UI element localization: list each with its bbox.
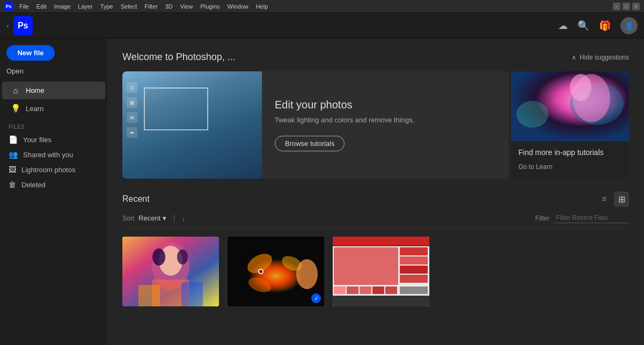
svg-rect-30 — [334, 287, 346, 294]
back-button[interactable]: ‹ — [6, 21, 9, 30]
sidebar-item-lightroom[interactable]: 🖼 Lightroom photos — [0, 162, 107, 177]
lightroom-icon: 🖼 — [9, 165, 16, 174]
menu-bar: Ps File Edit Image Layer Type Select Fil… — [0, 0, 644, 13]
filter-label: Filter — [535, 215, 550, 222]
avatar[interactable]: 👤 — [620, 17, 638, 34]
deleted-icon: 🗑 — [9, 180, 16, 189]
close-button[interactable]: × — [632, 3, 640, 10]
file-thumbnail — [333, 237, 429, 306]
menu-window[interactable]: Window — [224, 2, 252, 11]
sort-label: Sort — [122, 215, 134, 222]
text-tool-icon: ✉ — [127, 112, 137, 123]
menu-3d[interactable]: 3D — [162, 2, 176, 11]
sidebar-buttons: New file — [6, 45, 101, 61]
menu-filter[interactable]: Filter — [141, 2, 160, 11]
title-bar: ‹ Ps ☁ 🔍 🎁 👤 — [0, 13, 644, 39]
sidebar-item-deleted[interactable]: 🗑 Deleted — [0, 177, 107, 192]
svg-rect-24 — [334, 247, 398, 285]
search-icon[interactable]: 🔍 — [577, 20, 589, 32]
menu-view[interactable]: View — [177, 2, 196, 11]
new-file-button[interactable]: New file — [6, 45, 55, 61]
svg-point-8 — [152, 248, 165, 266]
svg-point-20 — [259, 270, 262, 273]
flamingo-bg — [511, 71, 629, 141]
grid-view-button[interactable]: ⊞ — [614, 192, 629, 207]
minimize-button[interactable]: − — [613, 3, 620, 10]
welcome-row: Welcome to Photoshop, ... ∧ Hide suggest… — [122, 52, 629, 63]
username: ... — [228, 52, 236, 62]
svg-point-18 — [296, 259, 318, 289]
maximize-button[interactable]: □ — [623, 3, 630, 10]
menu-select[interactable]: Select — [118, 2, 141, 11]
browse-tutorials-button[interactable]: Browse tutorials — [275, 136, 345, 151]
learn-icon: 💡 — [11, 104, 20, 113]
svg-rect-31 — [347, 287, 358, 294]
menu-help[interactable]: Help — [253, 2, 272, 11]
sort-value: Recent — [138, 214, 160, 222]
edit-card: ⊙ ⊠ ✉ ✒ Edit your photos Tweak lighting … — [122, 71, 509, 179]
suggestions-row: ⊙ ⊠ ✉ ✒ Edit your photos Tweak lighting … — [122, 71, 629, 179]
recent-header: Recent ≡ ⊞ — [122, 192, 629, 207]
filter-section: Filter — [535, 213, 629, 223]
tutorials-card-heading: Find more in-app tutorials — [518, 148, 621, 157]
recent-title: Recent — [122, 194, 150, 204]
sidebar-item-learn[interactable]: 💡 Learn — [2, 99, 105, 118]
window-controls: − □ × — [613, 3, 640, 10]
hide-suggestions-button[interactable]: ∧ Hide suggestions — [572, 54, 629, 61]
transform-tool-icon: ⊠ — [127, 97, 137, 108]
lightroom-label: Lightroom photos — [21, 166, 75, 174]
view-toggle: ≡ ⊞ — [597, 192, 629, 207]
menu-edit[interactable]: Edit — [33, 2, 50, 11]
sidebar-nav: ⌂ Home 💡 Learn — [0, 82, 107, 118]
svg-rect-27 — [400, 256, 428, 265]
sidebar-item-learn-label: Learn — [26, 105, 43, 113]
menu-plugins[interactable]: Plugins — [197, 2, 223, 11]
sidebar-item-home[interactable]: ⌂ Home — [2, 82, 105, 99]
files-section-label: FILES — [0, 118, 107, 132]
lasso-tool-icon: ⊙ — [127, 82, 137, 93]
edit-card-heading: Edit your photos — [275, 99, 414, 111]
recent-grid: ✓ — [122, 237, 629, 306]
svg-rect-36 — [333, 296, 429, 306]
sort-select[interactable]: Recent ▾ — [138, 214, 166, 222]
sort-direction-button[interactable]: ↓ — [181, 214, 185, 223]
svg-rect-28 — [400, 266, 428, 274]
tutorials-card-text: Find more in-app tutorials Go to Learn — [511, 141, 629, 179]
tutorials-card: Find more in-app tutorials Go to Learn — [511, 71, 629, 179]
sidebar-item-your-files[interactable]: 📄 Your files — [0, 132, 107, 147]
svg-rect-23 — [333, 245, 429, 246]
svg-rect-12 — [181, 282, 203, 306]
sidebar-item-home-label: Home — [26, 86, 45, 94]
list-view-button[interactable]: ≡ — [597, 192, 612, 207]
title-bar-icons: ☁ 🔍 🎁 👤 — [558, 17, 638, 34]
menu-layer[interactable]: Layer — [75, 2, 96, 11]
menu-file[interactable]: File — [16, 2, 32, 11]
home-icon: ⌂ — [11, 86, 20, 95]
open-button[interactable]: Open — [6, 65, 24, 77]
file-card[interactable] — [122, 237, 219, 306]
cloud-synced-badge: ✓ — [311, 293, 321, 303]
cloud-icon[interactable]: ☁ — [558, 20, 568, 32]
svg-point-9 — [177, 249, 188, 265]
svg-point-2 — [516, 101, 548, 128]
filter-input[interactable] — [554, 213, 629, 223]
menu-type[interactable]: Type — [97, 2, 116, 11]
sort-bar: Sort Recent ▾ | ↓ Filter — [122, 213, 629, 228]
sidebar: New file Open ⌂ Home 💡 Learn FILES 📄 You… — [0, 39, 107, 345]
open-button-wrap: Open — [6, 65, 101, 77]
edit-card-image: ⊙ ⊠ ✉ ✒ — [122, 71, 262, 179]
gift-icon[interactable]: 🎁 — [599, 20, 611, 32]
chevron-up-icon: ∧ — [572, 54, 576, 61]
file-card[interactable]: ✓ — [228, 237, 324, 306]
file-card[interactable] — [333, 237, 429, 306]
welcome-title: Welcome to Photoshop, ... — [122, 52, 236, 63]
shared-icon: 👥 — [9, 150, 18, 159]
menu-image[interactable]: Image — [51, 2, 74, 11]
sidebar-item-shared[interactable]: 👥 Shared with you — [0, 147, 107, 162]
main-layout: New file Open ⌂ Home 💡 Learn FILES 📄 You… — [0, 39, 644, 345]
edit-card-description: Tweak lighting and colors and remove thi… — [275, 115, 414, 125]
svg-rect-29 — [400, 275, 428, 283]
go-to-learn-link[interactable]: Go to Learn — [518, 163, 552, 171]
svg-point-4 — [570, 74, 591, 101]
your-files-label: Your files — [23, 136, 52, 144]
